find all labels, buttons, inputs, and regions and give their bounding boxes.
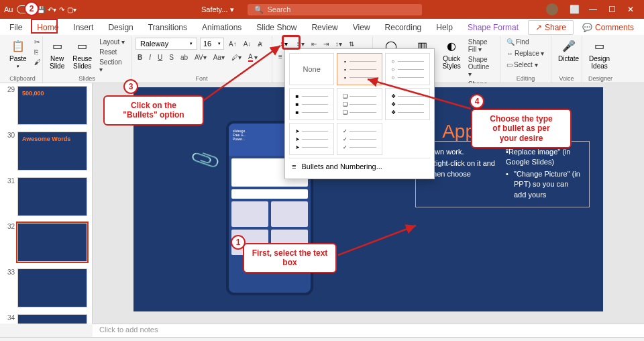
design-ideas-button[interactable]: ▭Design Ideas <box>586 38 612 71</box>
font-color-icon[interactable]: A▾ <box>246 52 260 62</box>
underline-icon[interactable]: U <box>156 53 164 62</box>
line-spacing-icon[interactable]: ↕▾ <box>333 40 344 48</box>
reuse-slides-button[interactable]: ▭ Reuse Slides <box>70 38 95 71</box>
status-bar: Slide 32 of 51 ⬚ English (United States)… <box>0 337 644 341</box>
shape-fill-button[interactable]: Shape Fill ▾ <box>466 38 496 54</box>
start-icon[interactable]: ▢▾ <box>67 6 76 13</box>
spacing-icon[interactable]: AV▾ <box>193 53 209 62</box>
italic-icon[interactable]: I <box>147 53 153 62</box>
bullet-item[interactable]: "Replace image" (in Google Slides) <box>506 147 582 168</box>
group-clipboard: Clipboard <box>7 75 38 83</box>
grow-font-icon[interactable]: A↑ <box>227 40 239 48</box>
bullet-option-none[interactable]: None <box>289 53 334 85</box>
tab-file[interactable]: File <box>3 20 29 35</box>
tab-review[interactable]: Review <box>305 20 344 35</box>
selected-text-box[interactable]: own work. Right-click on it and then cho… <box>415 141 590 207</box>
thumb-slide[interactable] <box>17 177 87 216</box>
win-minimize-icon[interactable]: — <box>584 5 602 14</box>
new-slide-icon: ▭ <box>50 39 64 54</box>
title-bar: Au 💾 ↶▾ ↷ ▢▾ Safety... ▾ 🔍 Search ⬜ — ☐ … <box>0 0 644 19</box>
bullet-option-check[interactable]: ✓✓✓ <box>337 123 382 155</box>
dictate-button[interactable]: 🎤Dictate <box>555 38 582 64</box>
thumb-slide[interactable]: Awesome Words <box>17 132 87 170</box>
reuse-slides-icon: ▭ <box>75 39 90 54</box>
tab-slideshow[interactable]: Slide Show <box>250 20 303 35</box>
clear-format-icon[interactable]: A̷ <box>256 40 264 48</box>
section-button[interactable]: Section ▾ <box>97 58 127 74</box>
numbering-button[interactable]: ≡▾ <box>295 40 307 48</box>
search-box[interactable]: 🔍 Search <box>248 4 422 15</box>
quick-styles-button[interactable]: ◐Quick Styles <box>440 38 464 71</box>
bullet-option-diamond[interactable]: ❖❖❖ <box>385 88 430 120</box>
annotation-num-2: 2 <box>24 1 39 16</box>
win-maximize-icon[interactable]: ☐ <box>602 5 621 14</box>
font-name-select[interactable]: Raleway▾ <box>136 38 197 50</box>
tab-view[interactable]: View <box>346 20 377 35</box>
indent-icon[interactable]: ⇥ <box>321 40 331 48</box>
bullet-option-disc[interactable]: ••• <box>337 53 382 85</box>
thumb-num: 29 <box>4 86 15 125</box>
search-icon: 🔍 <box>254 5 264 14</box>
font-size-select[interactable]: 16▾ <box>200 38 224 50</box>
text-direction-icon[interactable]: ⇅ <box>347 40 356 48</box>
notes-pane[interactable]: Click to add notes <box>93 324 644 337</box>
bullet-option-square-hollow[interactable]: ❏❏❏ <box>337 88 382 120</box>
comment-icon: 💬 <box>582 23 592 32</box>
user-avatar[interactable] <box>546 3 558 15</box>
quick-styles-icon: ◐ <box>444 39 459 54</box>
share-button[interactable]: ↗Share <box>528 20 574 35</box>
find-button[interactable]: 🔍 Find <box>504 38 531 46</box>
clipboard-icon: 📋 <box>11 39 25 54</box>
win-close-icon[interactable]: ✕ <box>621 5 640 14</box>
thumb-slide[interactable] <box>17 314 87 324</box>
thumb-slide[interactable]: 500,000 <box>17 86 87 125</box>
redo-icon[interactable]: ↷ <box>59 6 64 13</box>
tab-design[interactable]: Design <box>101 20 140 35</box>
tab-transitions[interactable]: Transitions <box>142 20 194 35</box>
outdent-icon[interactable]: ⇤ <box>309 40 319 48</box>
doc-title[interactable]: Safety... ▾ <box>201 5 234 14</box>
paste-button[interactable]: 📋 Paste▾ <box>7 38 30 70</box>
copy-icon[interactable]: ⎘ <box>32 48 43 56</box>
group-font: Font <box>136 75 268 83</box>
strike-icon[interactable]: S <box>167 53 176 62</box>
highlight-icon[interactable]: 🖊▾ <box>229 53 244 62</box>
bullet-option-square-filled[interactable]: ■■■ <box>289 88 334 120</box>
undo-icon[interactable]: ↶▾ <box>48 6 56 13</box>
bullet-option-circle[interactable]: ○○○ <box>385 53 430 85</box>
reset-button[interactable]: Reset <box>97 48 127 56</box>
microphone-icon: 🎤 <box>561 39 576 54</box>
shadow-icon[interactable]: ab <box>178 53 190 62</box>
select-button[interactable]: ▭ Select ▾ <box>504 60 540 69</box>
tab-recording[interactable]: Recording <box>378 20 429 35</box>
shape-outline-button[interactable]: Shape Outline ▾ <box>466 55 496 79</box>
tab-help[interactable]: Help <box>429 20 460 35</box>
bullet-item[interactable]: "Change Picture" (in PPT) so you can add… <box>506 169 582 200</box>
replace-button[interactable]: ↔ Replace ▾ <box>504 49 546 58</box>
tab-animations[interactable]: Animations <box>195 20 248 35</box>
bullets-numbering-link[interactable]: ≡ Bullets and Numbering... <box>289 158 430 175</box>
new-slide-button[interactable]: ▭ New Slide <box>47 38 67 71</box>
shrink-font-icon[interactable]: A↓ <box>241 40 254 48</box>
thumb-slide[interactable] <box>17 223 87 262</box>
layout-button[interactable]: Layout ▾ <box>97 38 127 46</box>
annotation-num-1: 1 <box>231 235 246 250</box>
menu-tabs: File Home Insert Design Transitions Anim… <box>0 19 644 35</box>
thumb-num: 34 <box>4 314 15 324</box>
win-restore-icon[interactable]: ⬜ <box>565 5 584 14</box>
case-icon[interactable]: Aa▾ <box>211 53 227 62</box>
tab-shapeformat[interactable]: Shape Format <box>461 20 525 35</box>
annotation-callout-1: First, select the text box <box>243 243 337 273</box>
bold-icon[interactable]: B <box>136 53 144 62</box>
format-painter-icon[interactable]: 🖌 <box>32 58 43 66</box>
bullet-option-arrow[interactable]: ➤➤➤ <box>289 123 334 155</box>
align-left-icon[interactable]: ≡ <box>276 52 284 61</box>
thumb-slide[interactable] <box>17 269 87 307</box>
design-ideas-icon: ▭ <box>592 39 607 54</box>
bullets-dropdown: None ••• ○○○ ■■■ ❏❏❏ ❖❖❖ ➤➤➤ ✓✓✓ ≡ Bulle… <box>284 48 435 179</box>
comments-button[interactable]: 💬Comments <box>575 20 641 35</box>
group-slides: Slides <box>47 75 127 83</box>
cut-icon[interactable]: ✂ <box>32 38 43 46</box>
tab-insert[interactable]: Insert <box>66 20 100 35</box>
annotation-callout-3: Click on the"Bullets" option <box>103 95 204 126</box>
